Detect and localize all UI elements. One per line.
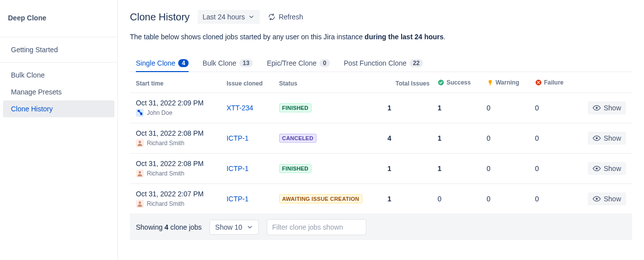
tab-label: Epic/Tree Clone	[267, 59, 317, 67]
check-circle-icon	[437, 79, 444, 86]
col-warning-label: Warning	[496, 79, 520, 86]
start-time: Oct 31, 2022 2:07 PM	[136, 190, 218, 198]
refresh-icon	[268, 13, 276, 21]
user-name: John Doe	[147, 109, 172, 116]
table-row: Oct 31, 2022 2:07 PMRichard SmithICTP-1A…	[130, 184, 632, 214]
tab-badge: 4	[178, 59, 189, 67]
status-badge: FINISHED	[279, 164, 312, 173]
total-issues-value: 1	[384, 93, 434, 123]
col-start-time[interactable]: Start time	[130, 74, 222, 93]
page-title: Clone History	[130, 11, 190, 23]
sidebar-item-bulk-clone[interactable]: Bulk Clone	[3, 67, 114, 84]
time-range-dropdown[interactable]: Last 24 hours	[198, 10, 260, 24]
svg-point-8	[596, 198, 598, 200]
issue-link[interactable]: ICTP-1	[226, 165, 248, 173]
showing-suffix: clone jobs	[168, 223, 202, 231]
tab-epic-tree-clone[interactable]: Epic/Tree Clone 0	[267, 55, 330, 72]
refresh-label: Refresh	[279, 13, 303, 21]
tab-badge: 22	[410, 59, 423, 67]
show-label: Show	[604, 165, 621, 173]
svg-point-7	[139, 201, 141, 204]
warning-value: 0	[483, 123, 531, 154]
sidebar-item-clone-history[interactable]: Clone History	[3, 100, 114, 117]
sidebar-item-getting-started[interactable]: Getting Started	[3, 41, 114, 58]
eye-icon	[593, 165, 601, 173]
tabs: Single Clone 4 Bulk Clone 13 Epic/Tree C…	[130, 55, 632, 72]
user-name: Richard Smith	[147, 200, 184, 207]
description-suffix: .	[443, 33, 445, 41]
table-row: Oct 31, 2022 2:08 PMRichard SmithICTP-1C…	[130, 123, 632, 154]
tab-label: Post Function Clone	[344, 59, 407, 67]
total-issues-value: 1	[384, 154, 434, 184]
tab-bulk-clone[interactable]: Bulk Clone 13	[203, 55, 253, 72]
page-size-dropdown[interactable]: Show 10	[210, 220, 258, 235]
status-badge: AWAITING ISSUE CREATION	[279, 194, 362, 203]
warning-value: 0	[483, 184, 531, 214]
app-title: Deep Clone	[0, 14, 117, 37]
sidebar-section: Bulk Clone Manage Presets Clone History	[0, 62, 117, 121]
success-value: 1	[433, 123, 483, 154]
col-warning[interactable]: Warning	[483, 74, 531, 93]
col-success[interactable]: Success	[433, 74, 483, 93]
svg-point-5	[139, 171, 141, 173]
user-avatar-icon	[136, 139, 144, 147]
eye-icon	[593, 104, 601, 112]
col-status[interactable]: Status	[275, 74, 384, 93]
sidebar-section: Getting Started	[0, 37, 117, 62]
status-badge: CANCELED	[279, 134, 317, 143]
page-header: Clone History Last 24 hours Refresh	[130, 10, 632, 24]
showing-text: Showing 4 clone jobs	[136, 223, 202, 231]
page-description: The table below shows cloned jobs starte…	[130, 33, 632, 41]
tab-badge: 0	[320, 59, 330, 67]
eye-icon	[593, 134, 601, 142]
main-content: Clone History Last 24 hours Refresh The …	[118, 0, 644, 260]
failure-value: 0	[531, 154, 574, 184]
issue-link[interactable]: ICTP-1	[226, 195, 248, 203]
description-prefix: The table below shows cloned jobs starte…	[130, 33, 365, 41]
svg-point-6	[596, 168, 598, 170]
show-label: Show	[604, 104, 621, 112]
table-row: Oct 31, 2022 2:09 PMJohn DoeXTT-234FINIS…	[130, 93, 632, 123]
svg-point-4	[596, 137, 598, 139]
refresh-button[interactable]: Refresh	[268, 13, 303, 21]
clone-jobs-table: Start time Issue cloned Status Total Iss…	[130, 74, 632, 240]
filter-input[interactable]	[267, 219, 366, 235]
col-failure[interactable]: Failure	[531, 74, 574, 93]
tab-label: Single Clone	[136, 59, 175, 67]
failure-value: 0	[531, 93, 574, 123]
success-value: 1	[433, 93, 483, 123]
page-size-label: Show 10	[215, 223, 242, 231]
tab-post-function-clone[interactable]: Post Function Clone 22	[344, 55, 423, 72]
user-name: Richard Smith	[147, 140, 184, 147]
start-time: Oct 31, 2022 2:08 PM	[136, 160, 218, 168]
error-circle-icon	[535, 79, 542, 86]
col-total-issues[interactable]: Total Issues	[384, 74, 434, 93]
show-button[interactable]: Show	[588, 192, 626, 205]
tab-label: Bulk Clone	[203, 59, 236, 67]
showing-prefix: Showing	[136, 223, 165, 231]
sidebar: Deep Clone Getting Started Bulk Clone Ma…	[0, 0, 118, 260]
show-button[interactable]: Show	[588, 132, 626, 145]
total-issues-value: 1	[384, 184, 434, 214]
failure-value: 0	[531, 184, 574, 214]
issue-link[interactable]: ICTP-1	[226, 134, 248, 142]
success-value: 0	[433, 184, 483, 214]
warning-value: 0	[483, 93, 531, 123]
tab-single-clone[interactable]: Single Clone 4	[136, 55, 189, 72]
failure-value: 0	[531, 123, 574, 154]
show-button[interactable]: Show	[588, 162, 626, 175]
description-bold: during the last 24 hours	[365, 33, 444, 41]
total-issues-value: 4	[384, 123, 434, 154]
start-time: Oct 31, 2022 2:09 PM	[136, 99, 218, 107]
warning-value: 0	[483, 154, 531, 184]
col-success-label: Success	[446, 79, 471, 86]
show-label: Show	[604, 195, 621, 203]
issue-link[interactable]: XTT-234	[226, 104, 253, 112]
sidebar-item-manage-presets[interactable]: Manage Presets	[3, 84, 114, 100]
col-issue-cloned[interactable]: Issue cloned	[222, 74, 275, 93]
eye-icon	[593, 195, 601, 203]
user-name: Richard Smith	[147, 170, 184, 177]
lightbulb-icon	[487, 79, 494, 86]
svg-point-2	[596, 107, 598, 109]
show-button[interactable]: Show	[588, 101, 626, 114]
